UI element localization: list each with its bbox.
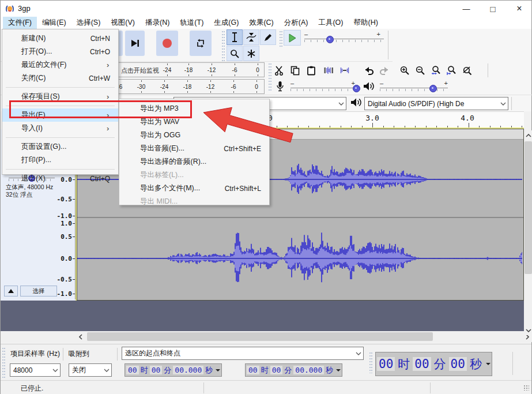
- zoom-out-button[interactable]: [413, 63, 428, 78]
- selection-tool-button[interactable]: [227, 29, 243, 45]
- export-submenu-item-5[interactable]: 导出选择的音频(R)...: [119, 155, 269, 168]
- collapse-track-button[interactable]: [4, 286, 18, 297]
- silence-audio-button[interactable]: [337, 63, 352, 78]
- selection-end-field[interactable]: 00时00分00.000秒: [245, 363, 342, 377]
- play-speed-slider-thumb[interactable]: [326, 36, 334, 43]
- export-submenu-item-7[interactable]: 导出多个文件(M)...Ctrl+Shift+L: [119, 182, 269, 195]
- resize-grip[interactable]: [524, 385, 529, 391]
- menubar-item-5[interactable]: 播录(N): [140, 17, 175, 29]
- copy-button[interactable]: [288, 63, 303, 78]
- selection-start-unit[interactable]: 秒: [205, 365, 213, 376]
- field-dropdown-icon[interactable]: [336, 369, 341, 374]
- selection-start-field[interactable]: 00时00分00.000秒: [124, 363, 222, 377]
- audio-position-field[interactable]: 00时00分00秒: [375, 352, 492, 376]
- zoom-in-button[interactable]: [397, 63, 412, 78]
- toolbar-grip[interactable]: [369, 352, 372, 373]
- file-menu-item-6[interactable]: 保存项目(S)›: [2, 90, 118, 103]
- paste-button[interactable]: [304, 63, 319, 78]
- scroll-down-button[interactable]: [524, 325, 532, 335]
- export-submenu-item-8[interactable]: 导出 MIDI...: [119, 195, 269, 208]
- maximize-button[interactable]: □: [480, 1, 505, 17]
- meter-monitor-label[interactable]: 点击开始监视: [119, 66, 161, 75]
- selection-end-unit[interactable]: 分: [284, 365, 292, 376]
- menubar-item-6[interactable]: 轨道(T): [175, 17, 209, 29]
- draw-tool-button[interactable]: [260, 29, 276, 45]
- menubar-item-1[interactable]: 文件(F): [3, 17, 37, 29]
- menubar-item-2[interactable]: 编辑(E): [37, 17, 71, 29]
- scroll-left-button[interactable]: [76, 331, 86, 342]
- horizontal-scroll-thumb[interactable]: [87, 332, 433, 341]
- selection-mode-select[interactable]: 选区的起点和终点: [122, 347, 364, 360]
- export-submenu-item-2[interactable]: 导出为 WAV: [119, 115, 269, 129]
- trim-audio-button[interactable]: [321, 63, 336, 78]
- recording-volume-slider[interactable]: –+: [290, 84, 360, 93]
- track-select-button[interactable]: 选择: [20, 286, 57, 297]
- fit-project-button[interactable]: [444, 63, 459, 78]
- scroll-up-button[interactable]: [524, 130, 532, 140]
- menubar-item-8[interactable]: 效果(C): [244, 17, 278, 29]
- loop-button[interactable]: [190, 31, 212, 56]
- menubar-item-10[interactable]: 工具(O): [313, 17, 348, 29]
- playback-device-select[interactable]: Digital Audio (S/PDIF) (High De: [364, 97, 508, 110]
- selection-start-digits[interactable]: 00: [150, 366, 163, 374]
- skip-to-end-button[interactable]: [125, 31, 145, 56]
- audio-position-digits[interactable]: 00: [377, 357, 395, 371]
- file-menu-item-11[interactable]: 页面设置(G)...: [2, 140, 118, 153]
- zoom-tool-button[interactable]: [227, 46, 243, 61]
- envelope-tool-button[interactable]: [243, 29, 259, 45]
- record-button[interactable]: [156, 31, 178, 56]
- menubar-item-9[interactable]: 分析(A): [279, 17, 314, 29]
- selection-start-unit[interactable]: 分: [163, 365, 172, 376]
- horizontal-scrollbar[interactable]: [1, 331, 532, 342]
- cut-button[interactable]: [271, 63, 286, 78]
- audio-position-unit[interactable]: 秒: [469, 356, 482, 372]
- snap-to-select[interactable]: 关闭: [69, 363, 112, 377]
- file-menu-item-3[interactable]: 最近的文件(F)›: [2, 58, 118, 72]
- vertical-scrollbar[interactable]: [524, 130, 532, 335]
- file-menu-item-14[interactable]: 退出(X)Ctrl+Q: [2, 172, 118, 185]
- file-menu-item-2[interactable]: 打开(O)...Ctrl+O: [2, 45, 118, 58]
- playback-volume-slider[interactable]: –+: [380, 84, 448, 93]
- menubar-item-4[interactable]: 视图(V): [105, 17, 140, 29]
- selection-start-unit[interactable]: 时: [140, 365, 149, 376]
- play-speed-slider[interactable]: – +: [304, 35, 384, 44]
- fit-selection-button[interactable]: [428, 63, 443, 78]
- vertical-scroll-thumb[interactable]: [525, 141, 532, 274]
- play-at-speed-button[interactable]: [284, 30, 301, 46]
- toolbar-grip[interactable]: [2, 348, 5, 378]
- selection-end-unit[interactable]: 秒: [325, 365, 334, 376]
- field-dropdown-icon[interactable]: [216, 369, 220, 374]
- selection-end-unit[interactable]: 时: [261, 365, 269, 376]
- recording-volume-thumb[interactable]: [353, 85, 360, 92]
- project-rate-select[interactable]: 48000: [10, 363, 61, 377]
- audio-position-unit[interactable]: 时: [397, 356, 410, 372]
- menubar-item-3[interactable]: 选择(S): [71, 17, 106, 29]
- selection-start-digits[interactable]: 00: [126, 366, 139, 374]
- export-submenu-item-6[interactable]: 导出标签(L)...: [119, 168, 269, 182]
- menubar-item-11[interactable]: 帮助(H): [348, 17, 383, 29]
- audio-position-digits[interactable]: 00: [413, 357, 431, 371]
- menubar-item-7[interactable]: 生成(G): [209, 17, 244, 29]
- selection-end-digits[interactable]: 00: [270, 366, 283, 374]
- playback-volume-thumb[interactable]: [429, 85, 437, 92]
- zoom-toggle-button[interactable]: [459, 63, 474, 78]
- selection-start-digits[interactable]: 00.000: [173, 366, 203, 374]
- toolbar-grip[interactable]: [280, 31, 282, 47]
- export-submenu-item-3[interactable]: 导出为 OGG: [119, 129, 269, 142]
- minimize-button[interactable]: —: [454, 1, 479, 17]
- file-menu-item-1[interactable]: 新建(N)Ctrl+N: [2, 32, 118, 45]
- export-submenu-item-4[interactable]: 导出音频(E)...Ctrl+Shift+E: [119, 142, 269, 155]
- file-menu-item-4[interactable]: 关闭(C)Ctrl+W: [2, 72, 118, 85]
- export-submenu-item-1[interactable]: 导出为 MP3: [119, 102, 269, 115]
- file-menu-item-9[interactable]: 导入(I)›: [2, 122, 118, 135]
- selection-end-digits[interactable]: 00.000: [293, 366, 324, 374]
- field-dropdown-icon[interactable]: [486, 363, 491, 367]
- undo-button[interactable]: [361, 63, 376, 78]
- redo-button[interactable]: [377, 63, 392, 78]
- close-button[interactable]: ×: [507, 1, 532, 17]
- audio-position-unit[interactable]: 分: [433, 356, 447, 372]
- file-menu-item-8[interactable]: 导出(E)›: [2, 108, 118, 122]
- multi-tool-button[interactable]: [243, 46, 259, 61]
- audio-position-digits[interactable]: 00: [449, 357, 467, 371]
- selection-end-digits[interactable]: 00: [247, 366, 259, 374]
